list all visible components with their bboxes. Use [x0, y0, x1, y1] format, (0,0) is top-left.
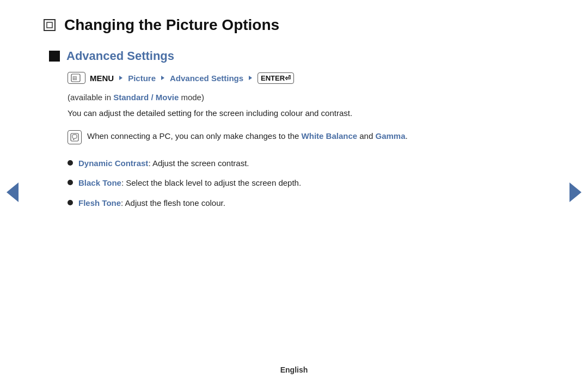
breadcrumb-arrow-1-icon	[118, 75, 124, 81]
dynamic-contrast-link: Dynamic Contrast	[78, 159, 148, 168]
breadcrumb-arrow-2-icon	[160, 75, 166, 81]
bullet-dot-1	[68, 160, 73, 166]
note-white-balance: White Balance	[302, 131, 358, 141]
bullet-dot-3	[68, 200, 73, 205]
flesh-tone-link: Flesh Tone	[78, 198, 121, 208]
svg-rect-0	[47, 22, 52, 28]
main-title-row: Changing the Picture Options	[44, 16, 544, 34]
note-gamma: Gamma	[375, 131, 405, 141]
black-tone-link: Black Tone	[78, 178, 121, 187]
svg-marker-4	[161, 76, 164, 80]
svg-marker-3	[119, 76, 122, 80]
description-text: You can adjust the detailed setting for …	[68, 107, 544, 120]
breadcrumb-enter-icon: ENTER⏎	[258, 72, 294, 84]
list-item: Dynamic Contrast: Adjust the screen cont…	[68, 157, 544, 170]
available-link: Standard / Movie	[113, 93, 179, 102]
list-item: Flesh Tone: Adjust the flesh tone colour…	[68, 197, 544, 210]
main-title: Changing the Picture Options	[64, 16, 279, 34]
enter-label: ENTER	[261, 74, 285, 82]
note-block: When connecting a PC, you can only make …	[68, 130, 544, 144]
menu-icon: ▤	[68, 72, 85, 84]
section-block: Advanced Settings ▤ MENU Picture Advance…	[49, 49, 544, 209]
checkbox-icon	[44, 19, 56, 31]
section-title: Advanced Settings	[66, 49, 174, 63]
note-prefix: When connecting a PC, you can only make …	[87, 131, 302, 141]
available-text: (available in Standard / Movie mode)	[68, 93, 544, 102]
bullet-item-1-text: Dynamic Contrast: Adjust the screen cont…	[78, 157, 249, 170]
footer-language: English	[280, 365, 308, 374]
breadcrumb-picture: Picture	[128, 74, 156, 83]
bullet-dot-2	[68, 180, 73, 185]
list-item: Black Tone: Select the black level to ad…	[68, 177, 544, 190]
note-suffix: .	[406, 131, 408, 141]
note-text: When connecting a PC, you can only make …	[87, 130, 408, 143]
note-icon	[68, 130, 82, 144]
note-middle: and	[357, 131, 375, 141]
page-container: Changing the Picture Options Advanced Se…	[0, 0, 588, 384]
section-square-icon	[49, 51, 60, 62]
nav-prev-arrow[interactable]	[7, 182, 19, 202]
breadcrumb-advanced: Advanced Settings	[170, 74, 243, 83]
breadcrumb-menu-label: MENU	[90, 74, 114, 83]
section-header-row: Advanced Settings	[49, 49, 544, 63]
available-suffix: mode)	[179, 93, 204, 102]
nav-next-arrow[interactable]	[569, 182, 581, 202]
breadcrumb: ▤ MENU Picture Advanced Settings ENTER⏎	[68, 72, 544, 84]
breadcrumb-arrow-3-icon	[248, 75, 253, 81]
bullet-item-2-text: Black Tone: Select the black level to ad…	[78, 177, 301, 190]
svg-text:▤: ▤	[72, 75, 77, 81]
bullet-item-3-text: Flesh Tone: Adjust the flesh tone colour…	[78, 197, 225, 210]
available-prefix: (available in	[68, 93, 113, 102]
svg-marker-5	[249, 76, 252, 80]
bullet-list: Dynamic Contrast: Adjust the screen cont…	[68, 157, 544, 210]
